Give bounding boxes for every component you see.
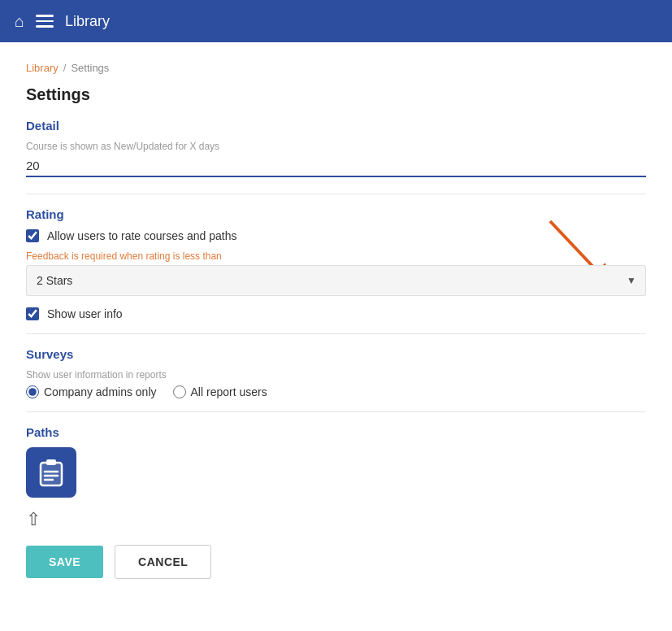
breadcrumb: Library / Settings — [26, 62, 646, 74]
radio-group: Company admins only All report users — [26, 385, 646, 398]
breadcrumb-separator: / — [63, 62, 67, 74]
navbar: ⌂ Library — [0, 0, 672, 42]
show-user-info-row: Show user info — [26, 307, 646, 320]
allow-rating-row: Allow users to rate courses and paths — [26, 229, 646, 242]
surveys-heading: Surveys — [26, 347, 646, 361]
surveys-divider — [26, 411, 646, 412]
paths-heading: Paths — [26, 425, 646, 439]
home-icon[interactable]: ⌂ — [15, 12, 24, 31]
show-user-info-label: Show user info — [47, 307, 123, 320]
days-field-label: Course is shown as New/Updated for X day… — [26, 141, 646, 152]
breadcrumb-current: Settings — [71, 62, 109, 74]
radio-company-admins-label: Company admins only — [44, 385, 157, 398]
paths-section: Paths ⇧ — [26, 425, 646, 530]
detail-section: Detail Course is shown as New/Updated fo… — [26, 119, 646, 181]
radio-company-admins: Company admins only — [26, 385, 157, 398]
radio-all-users-input[interactable] — [173, 385, 186, 398]
detail-divider — [26, 194, 646, 194]
feedback-dropdown-container: Feedback is required when rating is less… — [26, 250, 646, 296]
upload-icon[interactable]: ⇧ — [26, 509, 646, 530]
detail-heading: Detail — [26, 119, 646, 133]
navbar-title: Library — [65, 13, 110, 30]
days-input[interactable] — [26, 155, 646, 177]
allow-rating-label: Allow users to rate courses and paths — [47, 229, 236, 242]
feedback-dropdown-label: Feedback is required when rating is less… — [26, 250, 646, 262]
save-button[interactable]: SAVE — [26, 546, 103, 578]
svg-rect-2 — [41, 463, 62, 485]
radio-group-label: Show user information in reports — [26, 369, 646, 381]
surveys-section: Surveys Show user information in reports… — [26, 347, 646, 398]
radio-all-users-label: All report users — [191, 385, 267, 398]
page-title: Settings — [26, 85, 646, 104]
button-row: SAVE CANCEL — [26, 545, 646, 579]
paths-clipboard-icon — [26, 447, 76, 498]
allow-rating-checkbox[interactable] — [26, 229, 39, 242]
hamburger-menu-icon[interactable] — [36, 15, 54, 28]
main-content: Library / Settings Settings Detail Cours… — [0, 42, 672, 631]
cancel-button[interactable]: CANCEL — [115, 545, 211, 579]
clipboard-svg — [37, 458, 66, 487]
radio-company-admins-input[interactable] — [26, 385, 39, 398]
rating-section: Rating Allow users to rate courses and p… — [26, 207, 646, 320]
breadcrumb-library-link[interactable]: Library — [26, 62, 59, 74]
svg-rect-4 — [46, 459, 56, 465]
radio-all-users: All report users — [173, 385, 267, 398]
rating-divider — [26, 333, 646, 334]
feedback-dropdown[interactable]: 1 Star 2 Stars 3 Stars 4 Stars 5 Stars — [26, 265, 646, 296]
rating-heading: Rating — [26, 207, 646, 221]
show-user-info-checkbox[interactable] — [26, 307, 39, 320]
